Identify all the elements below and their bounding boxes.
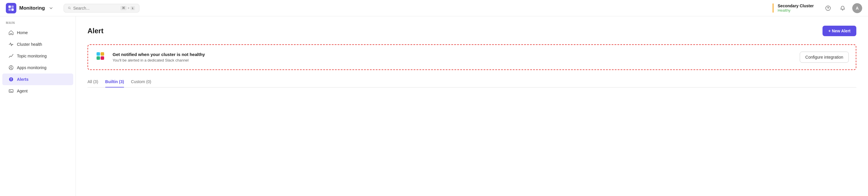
new-alert-button[interactable]: + New Alert bbox=[823, 26, 856, 36]
logo-area: Monitoring bbox=[6, 3, 54, 13]
sidebar-item-home-label: Home bbox=[17, 30, 28, 35]
sidebar: MAIN Home Cluster health Topic monitorin… bbox=[0, 16, 76, 196]
svg-rect-14 bbox=[101, 56, 104, 60]
sidebar-item-topic-monitoring-label: Topic monitoring bbox=[17, 54, 46, 58]
alert-banner-title: Get notified when your cluster is not he… bbox=[113, 52, 205, 57]
user-avatar[interactable]: A bbox=[852, 3, 862, 13]
cluster-info: Secondary Cluster Healthy bbox=[773, 3, 814, 12]
configure-integration-button[interactable]: Configure integration bbox=[800, 52, 849, 63]
sidebar-item-home[interactable]: Home bbox=[2, 27, 73, 38]
slack-logo-icon bbox=[95, 51, 108, 64]
sidebar-item-cluster-health-label: Cluster health bbox=[17, 42, 42, 47]
alert-banner-left: Get notified when your cluster is not he… bbox=[95, 51, 205, 64]
sidebar-item-cluster-health[interactable]: Cluster health bbox=[2, 38, 73, 50]
sidebar-section-label: MAIN bbox=[0, 21, 75, 27]
cluster-health-icon bbox=[8, 41, 14, 47]
search-shortcut: ⌘ + k bbox=[120, 6, 135, 10]
sidebar-item-alerts[interactable]: Alerts bbox=[2, 73, 73, 85]
search-input[interactable] bbox=[73, 6, 118, 10]
cluster-status: Healthy bbox=[778, 8, 814, 12]
app-logo bbox=[6, 3, 16, 13]
help-button[interactable] bbox=[823, 3, 833, 13]
tab-builtin[interactable]: Builtin (3) bbox=[105, 79, 124, 88]
svg-rect-0 bbox=[8, 5, 11, 8]
alerts-icon bbox=[8, 76, 14, 82]
sidebar-item-apps-monitoring[interactable]: Apps monitoring bbox=[2, 62, 73, 73]
svg-point-9 bbox=[11, 80, 11, 81]
sidebar-item-apps-monitoring-label: Apps monitoring bbox=[17, 65, 46, 70]
page-title: Alert bbox=[88, 27, 103, 35]
sidebar-item-alerts-label: Alerts bbox=[17, 77, 29, 81]
sidebar-item-topic-monitoring[interactable]: Topic monitoring bbox=[2, 50, 73, 62]
alert-banner-subtitle: You'll be alerted in a dedicated Slack c… bbox=[113, 58, 205, 62]
sidebar-item-agent-label: Agent bbox=[17, 89, 28, 93]
main-content: Alert + New Alert Get notified when your… bbox=[76, 16, 868, 196]
sidebar-item-agent[interactable]: Agent bbox=[2, 85, 73, 97]
shortcut-plus: + bbox=[127, 6, 129, 10]
svg-rect-10 bbox=[9, 90, 13, 93]
svg-rect-1 bbox=[11, 5, 14, 8]
main-layout: MAIN Home Cluster health Topic monitorin… bbox=[0, 16, 868, 196]
tab-custom[interactable]: Custom (0) bbox=[131, 79, 151, 88]
agent-icon bbox=[8, 88, 14, 94]
shortcut-k: k bbox=[130, 6, 135, 10]
svg-rect-3 bbox=[11, 8, 14, 11]
svg-point-6 bbox=[828, 9, 828, 10]
svg-rect-11 bbox=[97, 52, 100, 56]
svg-rect-13 bbox=[101, 52, 104, 56]
page-header: Alert + New Alert bbox=[88, 26, 856, 36]
cluster-name: Secondary Cluster bbox=[778, 3, 814, 8]
alert-tabs: All (3) Builtin (3) Custom (0) bbox=[88, 79, 856, 88]
apps-monitoring-icon bbox=[8, 65, 14, 71]
svg-rect-2 bbox=[8, 8, 11, 11]
tab-all[interactable]: All (3) bbox=[88, 79, 98, 88]
topic-monitoring-icon bbox=[8, 53, 14, 59]
app-title: Monitoring bbox=[19, 5, 45, 11]
svg-rect-12 bbox=[97, 56, 100, 60]
alert-banner: Get notified when your cluster is not he… bbox=[88, 44, 856, 70]
home-icon bbox=[8, 30, 14, 36]
alert-banner-text: Get notified when your cluster is not he… bbox=[113, 52, 205, 62]
cluster-details: Secondary Cluster Healthy bbox=[778, 3, 814, 12]
notifications-button[interactable] bbox=[838, 3, 847, 13]
app-dropdown-button[interactable] bbox=[48, 5, 54, 11]
search-bar: ⌘ + k bbox=[64, 4, 140, 12]
top-header: Monitoring ⌘ + k Secondary Cluster Healt… bbox=[0, 0, 868, 16]
shortcut-cmd: ⌘ bbox=[120, 6, 127, 10]
search-icon bbox=[68, 6, 71, 10]
